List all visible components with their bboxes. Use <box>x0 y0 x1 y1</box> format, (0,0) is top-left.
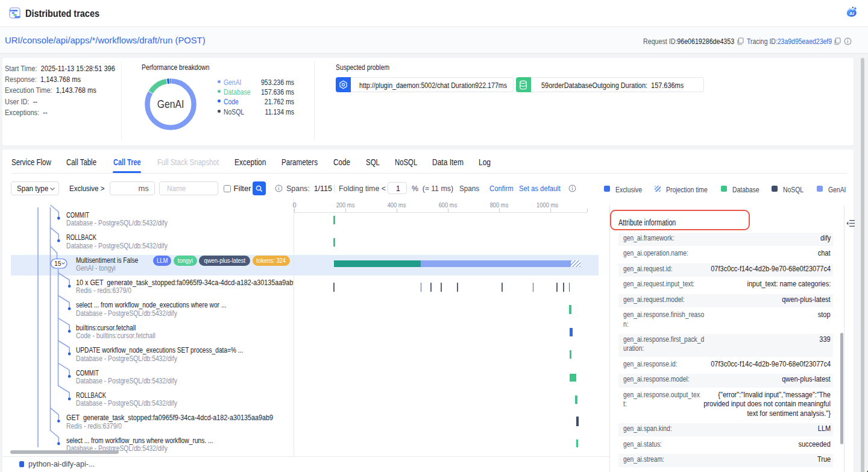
svg-text:AI: AI <box>849 11 854 16</box>
